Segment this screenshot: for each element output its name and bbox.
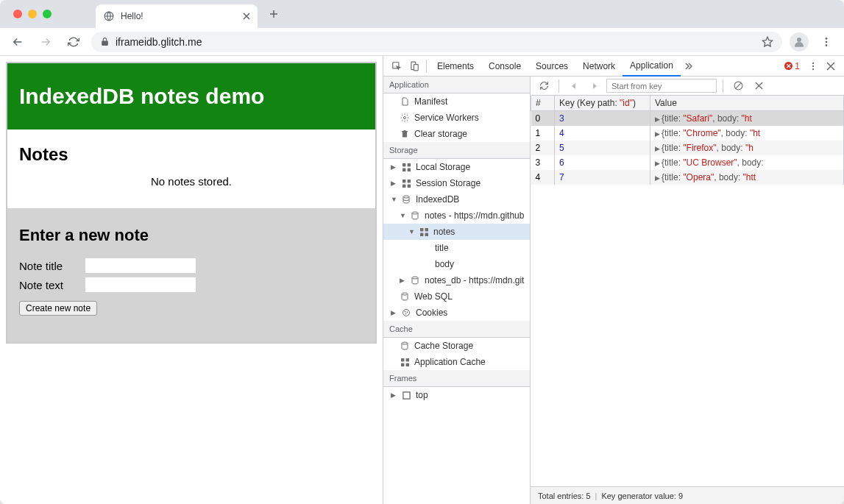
url-text: iframeidb.glitch.me <box>116 36 202 48</box>
grid-icon <box>419 227 429 237</box>
window-maximize-button[interactable] <box>43 10 52 18</box>
svg-point-21 <box>403 196 409 198</box>
sidebar-item-index-title[interactable]: title <box>383 240 530 256</box>
tab-title: Hello! <box>121 11 237 21</box>
svg-point-2 <box>797 38 801 42</box>
chevron-right-icon: ▶ <box>400 277 405 284</box>
window-minimize-button[interactable] <box>28 10 37 18</box>
database-icon <box>401 194 411 205</box>
chevron-right-icon: ▶ <box>391 309 397 316</box>
svg-point-28 <box>402 293 408 295</box>
form-heading: Enter a new note <box>19 226 364 245</box>
svg-rect-23 <box>420 228 423 231</box>
grid-icon <box>400 357 410 367</box>
file-icon <box>400 96 410 107</box>
prev-page-icon[interactable] <box>565 77 583 95</box>
chevron-right-icon: ▶ <box>391 180 397 187</box>
col-key[interactable]: Key (Key path: "id") <box>555 96 650 111</box>
key-search-input[interactable] <box>606 79 717 93</box>
create-note-button[interactable]: Create new note <box>19 301 97 316</box>
sidebar-item-service-workers[interactable]: Service Workers <box>383 110 530 126</box>
browser-tab[interactable]: Hello! <box>96 4 258 28</box>
browser-menu-button[interactable] <box>816 32 837 52</box>
sidebar-item-indexeddb[interactable]: ▼IndexedDB <box>383 191 530 207</box>
sidebar-item-cookies[interactable]: ▶Cookies <box>383 305 530 321</box>
svg-rect-38 <box>403 391 409 398</box>
sidebar-item-top-frame[interactable]: ▶top <box>383 387 530 403</box>
svg-rect-24 <box>425 228 428 231</box>
sidebar-section-application: Application <box>383 77 530 93</box>
devtools-menu-icon[interactable] <box>804 57 822 75</box>
sidebar-item-cache-storage[interactable]: Cache Storage <box>383 338 530 354</box>
key-generator-value: Key generator value: 9 <box>601 491 683 500</box>
sidebar-item-session-storage[interactable]: ▶Session Storage <box>383 175 530 191</box>
sidebar-item-clear-storage[interactable]: Clear storage <box>383 126 530 142</box>
svg-rect-18 <box>407 180 410 182</box>
bookmark-star-icon[interactable] <box>762 36 773 48</box>
svg-rect-37 <box>405 363 408 366</box>
sidebar-section-storage: Storage <box>383 142 530 159</box>
sidebar-item-db-notes[interactable]: ▼notes - https://mdn.github <box>383 207 530 224</box>
tab-network[interactable]: Network <box>575 56 623 77</box>
tab-sources[interactable]: Sources <box>528 56 575 77</box>
error-icon: ✕ <box>784 62 792 70</box>
forward-button[interactable] <box>35 32 56 52</box>
address-bar[interactable]: iframeidb.glitch.me <box>91 32 782 52</box>
svg-point-32 <box>405 313 406 314</box>
sidebar-item-manifest[interactable]: Manifest <box>383 93 530 110</box>
svg-rect-8 <box>414 64 418 70</box>
devtools-close-icon[interactable] <box>822 57 840 75</box>
grid-icon <box>401 162 411 172</box>
reload-button[interactable] <box>63 32 84 52</box>
sidebar-item-application-cache[interactable]: Application Cache <box>383 354 530 370</box>
note-title-input[interactable] <box>85 258 196 273</box>
sidebar-item-local-storage[interactable]: ▶Local Storage <box>383 159 530 175</box>
tab-elements[interactable]: Elements <box>430 56 481 77</box>
inspect-element-icon[interactable] <box>388 57 405 75</box>
sidebar-section-cache: Cache <box>383 321 530 338</box>
tab-console[interactable]: Console <box>481 56 528 77</box>
chevron-down-icon: ▼ <box>400 212 405 219</box>
clear-store-icon[interactable] <box>729 77 747 95</box>
sidebar-item-store-notes[interactable]: ▼notes <box>383 224 530 240</box>
tab-close-icon[interactable] <box>243 13 250 20</box>
svg-rect-15 <box>403 168 405 171</box>
table-row[interactable]: 36▶{title: "UC Browser", body: <box>531 155 844 170</box>
refresh-icon[interactable] <box>535 77 553 95</box>
error-counter[interactable]: ✕ 1 <box>780 61 804 71</box>
tab-application[interactable]: Application <box>623 56 681 77</box>
sidebar-item-websql[interactable]: Web SQL <box>383 288 530 305</box>
sidebar-item-db-notesdb[interactable]: ▶notes_db - https://mdn.git <box>383 272 530 288</box>
col-value[interactable]: Value <box>650 96 844 111</box>
svg-rect-34 <box>401 358 404 361</box>
svg-point-10 <box>812 65 814 66</box>
table-row[interactable]: 47▶{title: "Opera", body: "htt <box>531 170 844 185</box>
svg-point-29 <box>403 310 410 316</box>
note-text-input[interactable] <box>85 277 196 292</box>
profile-avatar[interactable] <box>790 32 809 52</box>
sidebar-item-index-body[interactable]: body <box>383 256 530 272</box>
back-button[interactable] <box>7 32 28 52</box>
col-index[interactable]: # <box>531 96 555 111</box>
svg-point-27 <box>412 277 418 279</box>
application-sidebar: Application Manifest Service Workers Cle… <box>383 77 531 504</box>
svg-point-5 <box>826 44 828 46</box>
data-pane: # Key (Key path: "id") Value 03▶{title: … <box>531 77 844 504</box>
note-title-label: Note title <box>19 260 85 272</box>
table-row[interactable]: 03▶{title: "Safari", body: "ht <box>531 111 844 127</box>
window-controls <box>13 10 52 18</box>
tabs-overflow-icon[interactable] <box>681 62 695 71</box>
chevron-right-icon: ▶ <box>391 163 397 171</box>
svg-rect-19 <box>403 184 405 187</box>
next-page-icon[interactable] <box>586 77 603 95</box>
total-entries: Total entries: 5 <box>538 491 591 500</box>
window-close-button[interactable] <box>13 10 22 18</box>
table-row[interactable]: 25▶{title: "Firefox", body: "h <box>531 141 844 155</box>
table-row[interactable]: 14▶{title: "Chrome", body: "ht <box>531 126 844 141</box>
data-toolbar <box>531 77 844 96</box>
device-toggle-icon[interactable] <box>405 57 423 75</box>
new-tab-button[interactable] <box>263 4 284 24</box>
page-viewport: IndexedDB notes demo Notes No notes stor… <box>0 56 383 504</box>
cookie-icon <box>401 308 411 318</box>
delete-selected-icon[interactable] <box>750 77 767 95</box>
